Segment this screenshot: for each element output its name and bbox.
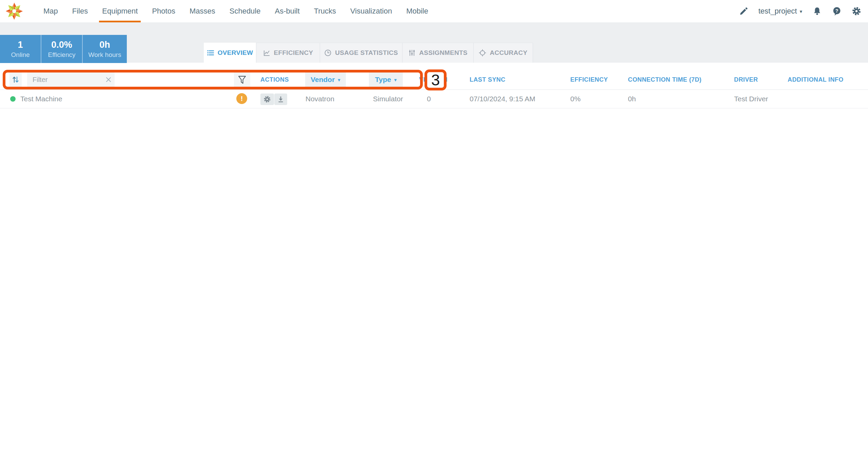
project-name: test_project xyxy=(758,7,797,16)
machine-name: Test Machine xyxy=(20,95,62,103)
stat-work-hours-label: Work hours xyxy=(83,51,127,59)
type-filter-label: Type xyxy=(375,76,391,84)
funnel-icon xyxy=(237,75,247,84)
clear-filter-icon[interactable] xyxy=(104,76,113,84)
machine-download-button[interactable] xyxy=(274,94,287,105)
filter-funnel-button[interactable] xyxy=(234,71,250,88)
nav-item-mobile[interactable]: Mobile xyxy=(406,0,428,22)
sort-arrows-icon xyxy=(12,76,20,84)
stat-work-hours-value: 0h xyxy=(83,39,127,50)
download-icon xyxy=(277,96,284,103)
sort-button[interactable] xyxy=(9,71,22,88)
tab-assignments[interactable]: ASSIGNMENTS xyxy=(402,43,473,63)
nav-item-equipment[interactable]: Equipment xyxy=(102,0,138,22)
header-divider xyxy=(0,89,868,90)
stat-work-hours: 0h Work hours xyxy=(83,35,127,63)
stat-online: 1 Online xyxy=(0,35,41,63)
column-header-version: VERSION xyxy=(419,76,448,83)
help-icon[interactable]: ? xyxy=(832,6,842,16)
nav-item-trucks[interactable]: Trucks xyxy=(314,0,336,22)
tab-efficiency-label: EFFICIENCY xyxy=(274,49,313,57)
warning-badge[interactable]: ! xyxy=(236,93,247,104)
filter-input[interactable] xyxy=(27,71,115,88)
equipment-page: Map Files Equipment Photos Masses Schedu… xyxy=(0,0,868,456)
stat-online-value: 1 xyxy=(0,39,41,50)
edit-pencil-icon[interactable] xyxy=(739,6,748,16)
chevron-down-icon: ▾ xyxy=(800,9,802,14)
cell-type: Simulator xyxy=(373,95,403,103)
chevron-down-icon: ▾ xyxy=(338,77,340,82)
cell-driver: Test Driver xyxy=(734,95,768,103)
nav-item-visualization[interactable]: Visualization xyxy=(350,0,392,22)
stat-efficiency-value: 0.0% xyxy=(41,39,82,50)
column-header-additional-info: ADDITIONAL INFO xyxy=(788,76,844,83)
app-logo-icon[interactable] xyxy=(5,2,24,21)
top-bar: Map Files Equipment Photos Masses Schedu… xyxy=(0,0,868,22)
stat-efficiency-label: Efficiency xyxy=(41,51,82,59)
online-status-dot xyxy=(10,96,16,102)
tab-overview[interactable]: OVERVIEW xyxy=(204,43,256,63)
machine-settings-button[interactable] xyxy=(260,94,274,105)
cell-efficiency: 0% xyxy=(570,95,580,103)
row-divider xyxy=(0,108,868,108)
nav-item-schedule[interactable]: Schedule xyxy=(230,0,261,22)
project-selector[interactable]: test_project ▾ xyxy=(758,7,802,16)
cell-vendor: Novatron xyxy=(305,95,334,103)
cell-last-sync: 07/10/2024, 9:15 AM xyxy=(470,95,535,103)
notifications-bell-icon[interactable] xyxy=(812,6,822,16)
main-nav: Map Files Equipment Photos Masses Schedu… xyxy=(43,0,428,22)
tab-usage-statistics-label: USAGE STATISTICS xyxy=(335,49,398,57)
warning-badge-glyph: ! xyxy=(241,95,243,103)
tab-overview-label: OVERVIEW xyxy=(218,49,253,57)
line-chart-icon xyxy=(263,49,271,57)
nav-item-masses[interactable]: Masses xyxy=(190,0,215,22)
clock-icon xyxy=(324,49,332,57)
nav-item-files[interactable]: Files xyxy=(72,0,88,22)
stat-online-label: Online xyxy=(0,51,41,59)
cell-version: 0 xyxy=(427,95,431,103)
svg-text:?: ? xyxy=(835,8,839,14)
filter-field-wrap xyxy=(27,71,115,88)
column-header-efficiency: EFFICIENCY xyxy=(570,76,608,83)
tab-usage-statistics[interactable]: USAGE STATISTICS xyxy=(320,43,402,63)
settings-gear-icon[interactable] xyxy=(852,6,861,16)
nav-item-map[interactable]: Map xyxy=(43,0,58,22)
chevron-down-icon: ▾ xyxy=(394,77,397,82)
tab-accuracy-label: ACCURACY xyxy=(490,49,527,57)
cell-connection-time: 0h xyxy=(628,95,636,103)
stats-summary: 1 Online 0.0% Efficiency 0h Work hours xyxy=(0,35,127,63)
column-header-connection-time: CONNECTION TIME (7D) xyxy=(628,76,702,83)
list-icon xyxy=(207,49,214,57)
column-header-driver: DRIVER xyxy=(734,76,758,83)
equipment-tabs: OVERVIEW EFFICIENCY USAGE STATISTICS xyxy=(204,43,533,63)
nav-item-photos[interactable]: Photos xyxy=(152,0,175,22)
stat-efficiency: 0.0% Efficiency xyxy=(41,35,83,63)
tab-efficiency[interactable]: EFFICIENCY xyxy=(256,43,320,63)
sliders-icon xyxy=(408,49,416,57)
vendor-filter-label: Vendor xyxy=(311,76,335,84)
column-header-last-sync: LAST SYNC xyxy=(470,76,506,83)
top-right-controls: test_project ▾ ? xyxy=(739,0,861,22)
nav-item-as-built[interactable]: As-built xyxy=(275,0,299,22)
gear-icon xyxy=(263,96,271,103)
tab-assignments-label: ASSIGNMENTS xyxy=(419,49,468,57)
vendor-filter-dropdown[interactable]: Vendor ▾ xyxy=(305,71,346,88)
target-icon xyxy=(479,49,486,57)
type-filter-dropdown[interactable]: Type ▾ xyxy=(369,71,403,88)
tab-accuracy[interactable]: ACCURACY xyxy=(473,43,533,63)
column-header-actions: ACTIONS xyxy=(260,76,289,83)
